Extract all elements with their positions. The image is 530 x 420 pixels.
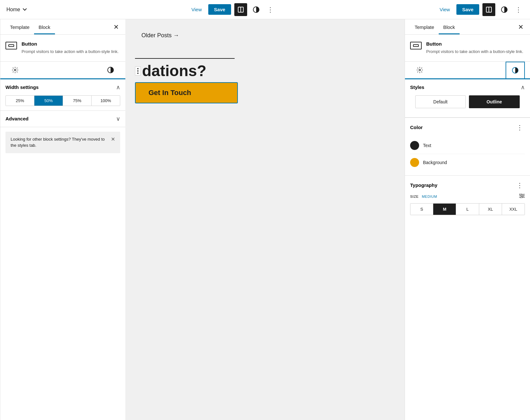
size-controls-icon[interactable]	[519, 194, 525, 199]
advanced-header[interactable]: Advanced ∨	[5, 115, 120, 122]
view-button-right[interactable]: View	[436, 5, 453, 14]
layout-icon-right[interactable]	[482, 3, 495, 16]
button-block-icon-right	[410, 42, 422, 49]
right-panel: Template Block ✕ Button Prompt visitors …	[405, 19, 530, 420]
block-name-right: Button	[426, 41, 523, 47]
heading-text: dations?	[142, 62, 206, 80]
top-bar-left: Home	[6, 7, 27, 13]
icon-tabs-right	[405, 62, 530, 79]
contrast-button-left[interactable]	[250, 4, 262, 15]
color-row-background[interactable]: Background	[410, 154, 525, 171]
styles-header[interactable]: Styles ∧	[410, 84, 525, 91]
tab-template-left[interactable]: Template	[5, 19, 34, 34]
style-buttons: Default Outline	[410, 91, 525, 113]
advanced-title: Advanced	[5, 116, 29, 121]
more-options-right[interactable]: ⋮	[513, 4, 524, 15]
size-l[interactable]: L	[456, 204, 479, 215]
layout-icon-left[interactable]	[234, 3, 247, 16]
settings-icon-tab-right[interactable]	[410, 62, 429, 78]
settings-icon-tab[interactable]	[5, 62, 25, 78]
get-in-touch-button[interactable]: Get In Touch	[135, 82, 238, 103]
svg-point-8	[419, 69, 421, 71]
width-settings-title: Width settings	[5, 84, 39, 90]
block-info-text-right: Button Prompt visitors to take action wi…	[426, 41, 523, 55]
save-button-left[interactable]: Save	[208, 4, 231, 15]
style-default-button[interactable]: Default	[415, 95, 466, 108]
contrast-icon-tab-left[interactable]	[101, 62, 120, 78]
older-posts-link[interactable]: Older Posts →	[141, 32, 395, 39]
tab-template-right[interactable]: Template	[410, 19, 439, 34]
size-xxl[interactable]: XXL	[502, 204, 525, 215]
canvas-area: Older Posts → dations? Get In Touch	[125, 19, 405, 420]
contrast-icon-tab-right[interactable]	[506, 62, 525, 78]
typography-title: Typography	[410, 182, 437, 188]
button-icon-inner	[8, 44, 14, 47]
background-color-label: Background	[423, 160, 447, 165]
top-bar-right: View Save ⋮	[436, 3, 524, 16]
svg-point-14	[522, 195, 524, 197]
info-box: Looking for other block settings? They'v…	[5, 132, 120, 153]
advanced-expand-icon: ∨	[116, 115, 120, 122]
right-panel-tabs: Template Block ✕	[405, 19, 530, 35]
info-box-close-button[interactable]: ✕	[111, 136, 115, 142]
width-collapse-icon: ∧	[116, 84, 120, 91]
width-settings-section: Width settings ∧ 25% 50% 75% 100%	[0, 79, 125, 111]
color-title: Color	[410, 125, 423, 130]
text-color-label: Text	[423, 143, 431, 148]
svg-point-15	[521, 197, 522, 198]
info-box-text: Looking for other block settings? They'v…	[11, 136, 108, 149]
top-bar-center: View Save ⋮	[188, 3, 275, 16]
size-xl[interactable]: XL	[479, 204, 502, 215]
block-name-left: Button	[22, 41, 119, 47]
color-section-header: Color ⋮	[410, 122, 525, 133]
size-m[interactable]: M	[433, 204, 456, 215]
size-s[interactable]: S	[410, 204, 433, 215]
home-label: Home	[6, 7, 20, 13]
close-panel-left[interactable]: ✕	[112, 22, 120, 32]
block-handle[interactable]	[135, 66, 141, 75]
block-info-text-left: Button Prompt visitors to take action wi…	[22, 41, 119, 55]
color-more-options[interactable]: ⋮	[515, 122, 525, 133]
separator	[135, 58, 235, 59]
width-100[interactable]: 100%	[92, 96, 120, 106]
advanced-section: Advanced ∨	[0, 111, 125, 127]
canvas-content: Older Posts → dations? Get In Touch	[125, 19, 405, 116]
block-info-left: Button Prompt visitors to take action wi…	[0, 35, 125, 62]
view-button-left[interactable]: View	[188, 5, 205, 14]
style-outline-button[interactable]: Outline	[469, 95, 520, 108]
typography-section: Typography ⋮ SIZE MEDIUM S M L XL XXL	[405, 175, 530, 220]
size-label: SIZE	[410, 195, 418, 198]
button-icon-inner-right	[413, 44, 419, 47]
width-settings-header[interactable]: Width settings ∧	[5, 84, 120, 91]
left-panel: Template Block ✕ Button Prompt visitors …	[0, 19, 125, 420]
width-25[interactable]: 25%	[6, 96, 34, 106]
tab-block-left[interactable]: Block	[34, 19, 55, 34]
button-block-icon	[5, 42, 17, 49]
size-row: SIZE MEDIUM	[410, 194, 525, 199]
block-wrapper: dations?	[135, 62, 395, 80]
background-color-swatch	[410, 158, 419, 167]
width-75[interactable]: 75%	[63, 96, 92, 106]
styles-collapse-icon: ∧	[521, 84, 525, 91]
save-button-right[interactable]: Save	[456, 4, 479, 15]
styles-title: Styles	[410, 84, 424, 90]
icon-tabs-left	[0, 62, 125, 79]
top-bar: Home View Save ⋮ View Save ⋮	[0, 0, 530, 19]
block-desc-right: Prompt visitors to take action with a bu…	[426, 48, 523, 55]
font-size-options: S M L XL XXL	[410, 203, 525, 215]
svg-point-13	[520, 194, 522, 195]
close-panel-right[interactable]: ✕	[517, 22, 525, 32]
text-color-swatch	[410, 141, 419, 150]
typography-header: Typography ⋮	[410, 180, 525, 190]
contrast-button-right[interactable]	[499, 4, 510, 15]
more-options-left[interactable]: ⋮	[265, 4, 275, 15]
block-info-right: Button Prompt visitors to take action wi…	[405, 35, 530, 62]
tab-block-right[interactable]: Block	[439, 19, 460, 34]
left-panel-tabs: Template Block ✕	[0, 19, 125, 35]
typography-more-options[interactable]: ⋮	[515, 180, 525, 190]
color-row-text[interactable]: Text	[410, 137, 525, 154]
size-value: MEDIUM	[422, 195, 437, 198]
block-desc-left: Prompt visitors to take action with a bu…	[22, 48, 119, 55]
color-section: Color ⋮ Text Background	[405, 118, 530, 175]
width-50[interactable]: 50%	[34, 96, 63, 106]
